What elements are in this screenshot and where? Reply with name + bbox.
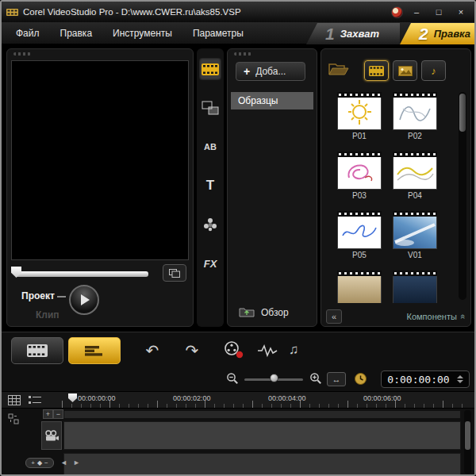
filter-image-button[interactable]	[393, 60, 417, 81]
nav-title-button[interactable]: T	[199, 175, 221, 197]
filmstrip-edge	[393, 152, 437, 157]
scroll-right-button[interactable]: ►	[73, 459, 80, 466]
cue-add-button[interactable]: +	[43, 409, 53, 419]
menu-item-file[interactable]: Файл	[16, 28, 40, 39]
ab-icon: AB	[204, 142, 217, 152]
track-swap-icon[interactable]	[8, 413, 19, 424]
video-track-header[interactable]	[41, 421, 62, 450]
play-button[interactable]	[69, 285, 99, 315]
overlay-track-lane[interactable]	[63, 453, 461, 475]
ruler-label: 00:00:00:00	[78, 394, 116, 402]
menu-item-edit[interactable]: Правка	[60, 28, 93, 39]
video-track-lane[interactable]	[63, 421, 461, 450]
thumbnail-label: P04	[393, 190, 437, 201]
redo-button[interactable]: ↷	[175, 337, 209, 364]
scribble-drawing	[393, 98, 436, 129]
step-tab-edit[interactable]: 2 Правка	[400, 23, 476, 44]
thumbnail-grid: P01 P02	[337, 92, 440, 303]
gallery-item-samples[interactable]: Образцы	[231, 92, 313, 109]
wave-drawing	[393, 157, 436, 188]
filmstrip-icon	[202, 63, 219, 75]
thumbnail-p04[interactable]: P04	[393, 152, 437, 201]
filter-audio-button[interactable]: ♪	[421, 60, 446, 81]
thumbnail-label: V01	[393, 249, 437, 260]
library-folder-icon[interactable]	[328, 61, 349, 77]
nav-graphics-button[interactable]	[199, 213, 221, 236]
add-button[interactable]: + Доба...	[236, 62, 305, 81]
filmstrip-edge	[337, 152, 382, 157]
thumbnail-p02[interactable]: P02	[393, 92, 437, 141]
record-screen-icon[interactable]	[224, 340, 244, 359]
panel-grip[interactable]	[13, 52, 31, 56]
seek-bar[interactable]	[15, 271, 148, 277]
step-tab-capture[interactable]: 1 Захват	[306, 23, 400, 44]
timeline-view-button[interactable]	[68, 337, 121, 364]
thumbnail-partial-2[interactable]	[393, 271, 437, 303]
zoom-out-icon[interactable]	[226, 372, 239, 385]
nav-fx-button[interactable]: FX	[199, 252, 221, 274]
thumbnail-partial-1[interactable]	[337, 271, 382, 303]
cue-track[interactable]	[63, 410, 461, 419]
sound-mixer-icon[interactable]	[257, 344, 278, 358]
timeline-scrollbar[interactable]	[464, 410, 471, 474]
timecode-spinner[interactable]	[457, 375, 463, 383]
storyboard-view-button[interactable]	[11, 337, 63, 364]
project-mode-label[interactable]: Проект	[21, 290, 55, 301]
undo-button[interactable]: ↶	[135, 337, 170, 364]
components-toggle[interactable]: Компоненты «	[407, 312, 466, 321]
split-screen-icon	[169, 269, 180, 278]
transition-icon	[202, 101, 219, 115]
close-button[interactable]: ×	[452, 5, 470, 19]
minus-icon: −	[56, 411, 60, 418]
library-scrollbar[interactable]	[459, 92, 466, 300]
zoom-slider-handle[interactable]	[270, 374, 278, 382]
swirl-drawing	[338, 157, 381, 188]
sun-drawing	[338, 98, 381, 129]
sky-photo	[393, 217, 436, 248]
cue-remove-button[interactable]: −	[53, 409, 63, 419]
chapter-point-button[interactable]: + ◆ −	[25, 458, 54, 468]
nav-media-button[interactable]	[199, 58, 221, 80]
ruler-label: 00:00:06:00	[363, 394, 401, 402]
browse-button[interactable]: Обзор	[239, 306, 289, 318]
playhead-marker[interactable]	[68, 393, 77, 402]
enlarge-preview-button[interactable]	[163, 264, 186, 282]
menu-item-tools[interactable]: Инструменты	[113, 28, 172, 39]
window-title: Corel VideoStudio Pro - D:\www.CWER.ru\a…	[23, 7, 386, 17]
minus-icon: −	[44, 459, 48, 466]
panel-grip[interactable]	[234, 52, 251, 56]
clip-mode-label[interactable]: Клип	[36, 309, 60, 321]
clock-icon[interactable]	[354, 372, 367, 386]
library-scrollbar-thumb[interactable]	[459, 94, 466, 132]
nav-ab-transition-button[interactable]: AB	[199, 136, 221, 158]
step-tabs: 1 Захват 2 Правка	[306, 23, 476, 44]
browse-label: Обзор	[261, 307, 289, 318]
collapse-panel-button[interactable]: «	[326, 309, 342, 324]
timecode-display[interactable]: 0:00:00:00	[381, 370, 470, 388]
timeline-ruler[interactable]: 00:00:00:00 00:00:02:00 00:00:04:00 00:0…	[2, 391, 474, 409]
fit-project-button[interactable]: ↔	[327, 372, 346, 386]
thumbnail-v01[interactable]: V01	[393, 211, 437, 260]
double-chevron-left-icon: «	[332, 312, 336, 321]
library-panel: ♪	[321, 48, 471, 327]
track-list-icon[interactable]	[29, 395, 41, 405]
main-area: Проект Клип AB	[2, 44, 474, 332]
image-icon	[398, 66, 413, 76]
zoom-in-icon[interactable]	[309, 372, 322, 385]
nav-transition-button[interactable]	[199, 97, 221, 119]
auto-music-icon[interactable]: ♫	[289, 342, 299, 358]
fit-arrows-icon: ↔	[332, 374, 341, 384]
maximize-button[interactable]: □	[430, 5, 447, 19]
menu-item-settings[interactable]: Параметры	[193, 28, 244, 39]
thumbnail-p03[interactable]: P03	[337, 152, 382, 201]
minimize-button[interactable]: –	[408, 5, 425, 19]
gallery-panel: + Доба... Образцы Обзор	[227, 48, 317, 327]
filmstrip-edge	[393, 271, 437, 276]
ruler-scale[interactable]: 00:00:00:00 00:00:02:00 00:00:04:00 00:0…	[62, 392, 468, 408]
track-manager-icon[interactable]	[8, 395, 21, 405]
filter-video-button[interactable]	[364, 60, 389, 81]
timeline-scrollbar-thumb[interactable]	[465, 421, 470, 450]
thumbnail-p01[interactable]: P01	[337, 92, 382, 141]
scroll-left-button[interactable]: ◄	[60, 459, 67, 466]
thumbnail-p05[interactable]: P05	[337, 211, 382, 260]
